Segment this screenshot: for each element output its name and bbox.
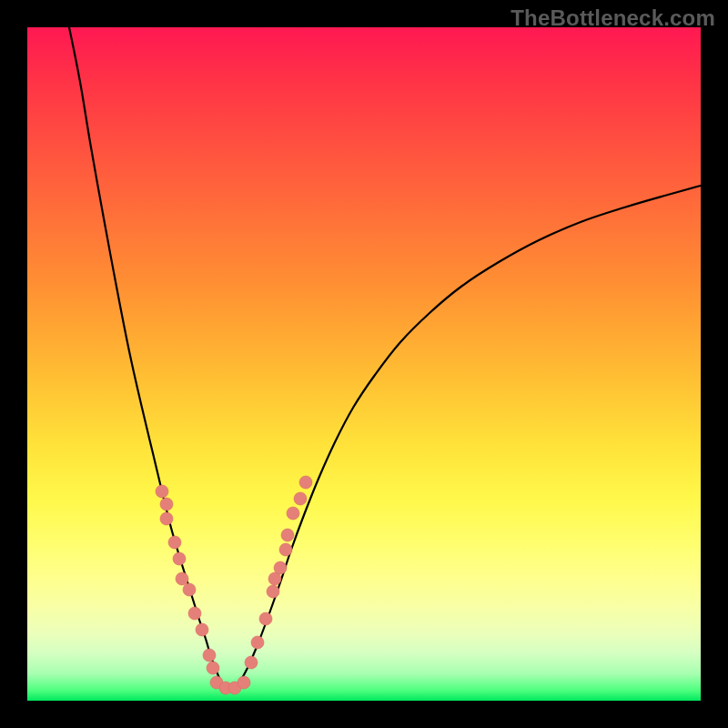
chart-frame: TheBottleneck.com: [0, 0, 728, 728]
watermark-text: TheBottleneck.com: [511, 5, 715, 31]
plot-area: [27, 27, 701, 701]
